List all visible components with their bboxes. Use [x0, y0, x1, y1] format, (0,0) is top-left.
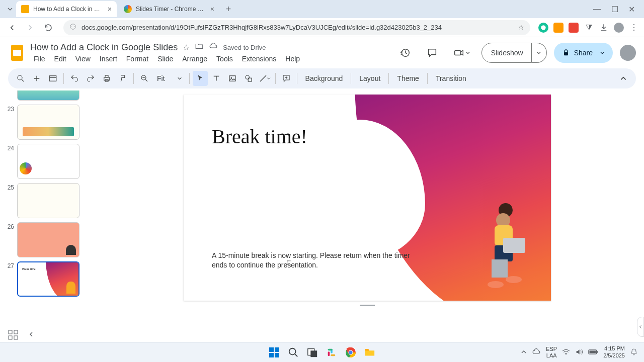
thumbnail-row[interactable] — [5, 90, 86, 101]
new-tab-button[interactable]: + — [221, 2, 235, 16]
menu-tools[interactable]: Tools — [213, 54, 236, 64]
menu-insert[interactable]: Insert — [96, 54, 121, 64]
thumbnail-row[interactable]: 25 — [5, 183, 86, 218]
slide-thumbnail[interactable] — [17, 90, 79, 101]
minimize-icon[interactable]: — — [593, 5, 601, 14]
back-button[interactable] — [5, 21, 19, 35]
grid-view-icon[interactable] — [8, 330, 18, 340]
layout-menu[interactable]: Layout — [354, 74, 385, 82]
notifications-tray-icon[interactable] — [630, 348, 638, 357]
maximize-icon[interactable]: ☐ — [611, 5, 618, 14]
file-explorer-icon[interactable] — [362, 345, 377, 360]
undo-icon[interactable] — [67, 71, 82, 86]
browser-profile-avatar[interactable] — [614, 23, 624, 33]
new-slide-layout-icon[interactable] — [45, 71, 60, 86]
slide-thumbnail[interactable] — [17, 222, 79, 257]
zoom-dropdown[interactable]: Fit — [153, 74, 186, 82]
shape-tool-icon[interactable] — [241, 71, 256, 86]
thumbnail-row[interactable]: 24 — [5, 144, 86, 179]
menu-help[interactable]: Help — [282, 54, 303, 64]
bookmark-star-icon[interactable]: ☆ — [518, 24, 524, 31]
notes-resize-handle[interactable] — [360, 305, 375, 306]
site-info-icon[interactable] — [69, 23, 76, 32]
slides-logo-icon[interactable] — [8, 44, 26, 62]
start-menu-icon[interactable] — [267, 345, 282, 360]
slide-thumbnail-selected[interactable]: Break time! — [17, 261, 79, 297]
version-history-icon[interactable] — [395, 43, 415, 63]
task-view-icon[interactable] — [305, 345, 320, 360]
slide-thumbnail[interactable] — [17, 183, 79, 218]
reload-button[interactable] — [41, 21, 55, 35]
menu-extensions[interactable]: Extensions — [238, 54, 280, 64]
grammarly-ext-icon[interactable] — [538, 23, 548, 33]
collapse-thumbnails-icon[interactable] — [28, 330, 34, 339]
forward-button[interactable] — [23, 21, 37, 35]
move-folder-icon[interactable] — [195, 42, 204, 53]
select-tool-icon[interactable] — [193, 71, 208, 86]
theme-menu[interactable]: Theme — [392, 74, 424, 82]
url-bar[interactable]: docs.google.com/presentation/d/19OtFufsl… — [63, 20, 530, 35]
downloads-icon[interactable] — [599, 23, 609, 33]
meet-camera-icon[interactable] — [449, 43, 474, 63]
slide-thumbnail[interactable] — [17, 105, 79, 140]
background-menu[interactable]: Background — [300, 74, 348, 82]
redo-icon[interactable] — [83, 71, 98, 86]
paint-format-icon[interactable] — [115, 71, 130, 86]
document-title[interactable]: How to Add a Clock in Google Slides — [30, 42, 178, 53]
share-button[interactable]: Share — [554, 43, 613, 63]
explore-panel-toggle[interactable] — [637, 317, 644, 337]
menu-view[interactable]: View — [72, 54, 94, 64]
browser-tab-active[interactable]: How to Add a Clock in Google × — [16, 1, 117, 17]
browser-tab-inactive[interactable]: Slides Timer - Chrome Web Sto × — [119, 1, 219, 17]
textbox-tool-icon[interactable] — [209, 71, 224, 86]
profile-avatar[interactable] — [620, 45, 636, 61]
zoom-out-icon[interactable] — [137, 71, 152, 86]
cloud-saved-icon[interactable] — [209, 42, 218, 53]
keyboard-lang-2[interactable]: LAA — [546, 352, 557, 358]
slack-taskbar-icon[interactable] — [324, 345, 339, 360]
thumbnail-row[interactable]: 23 — [5, 105, 86, 140]
search-icon[interactable] — [286, 345, 301, 360]
browser-menu-icon[interactable]: ⋮ — [629, 23, 639, 33]
tab-close-icon[interactable]: × — [108, 5, 112, 13]
comments-icon[interactable] — [422, 43, 442, 63]
volume-tray-icon[interactable] — [575, 348, 583, 357]
onedrive-tray-icon[interactable] — [532, 347, 541, 357]
battery-tray-icon[interactable] — [588, 348, 598, 356]
menu-arrange[interactable]: Arrange — [179, 54, 211, 64]
menu-format[interactable]: Format — [123, 54, 152, 64]
slide-body-text[interactable]: A 15-minute break is now starting. Pleas… — [212, 251, 413, 270]
print-icon[interactable] — [99, 71, 114, 86]
transition-menu[interactable]: Transition — [431, 74, 471, 82]
image-tool-icon[interactable] — [225, 71, 240, 86]
slide-title-text[interactable]: Break time! — [212, 125, 307, 148]
tab-close-icon[interactable]: × — [210, 5, 214, 13]
comment-tool-icon[interactable] — [279, 71, 294, 86]
search-menus-icon[interactable] — [13, 71, 28, 86]
menu-slide[interactable]: Slide — [154, 54, 177, 64]
new-slide-icon[interactable] — [29, 71, 44, 86]
slide-canvas[interactable]: Break time! A 15-minute break is now sta… — [184, 95, 551, 301]
thumbnail-row[interactable]: 27 Break time! — [5, 261, 86, 297]
slideshow-button[interactable]: Slideshow — [481, 43, 532, 63]
wifi-tray-icon[interactable] — [562, 348, 570, 357]
star-icon[interactable]: ☆ — [183, 43, 190, 52]
slideshow-dropdown[interactable] — [532, 43, 547, 63]
extensions-puzzle-icon[interactable]: ⧩ — [584, 23, 594, 33]
line-tool-icon[interactable] — [257, 71, 272, 86]
menu-edit[interactable]: Edit — [51, 54, 70, 64]
amazon-ext-icon[interactable] — [553, 23, 564, 33]
chrome-taskbar-icon[interactable] — [343, 345, 358, 360]
tray-expand-icon[interactable] — [521, 349, 527, 356]
ext-icon-red[interactable] — [569, 23, 579, 33]
webstore-favicon-icon — [124, 5, 132, 13]
thumbnail-row[interactable]: 26 — [5, 222, 86, 257]
menu-file[interactable]: File — [30, 54, 49, 64]
system-clock[interactable]: 4:15 PM 2/5/2025 — [603, 345, 625, 358]
collapse-toolbar-icon[interactable] — [616, 71, 631, 86]
keyboard-lang-1[interactable]: ESP — [546, 346, 557, 352]
close-icon[interactable]: ✕ — [628, 5, 635, 14]
slide-thumbnail[interactable] — [17, 144, 79, 179]
svg-rect-48 — [590, 350, 596, 353]
tab-search-dropdown[interactable] — [4, 3, 16, 15]
